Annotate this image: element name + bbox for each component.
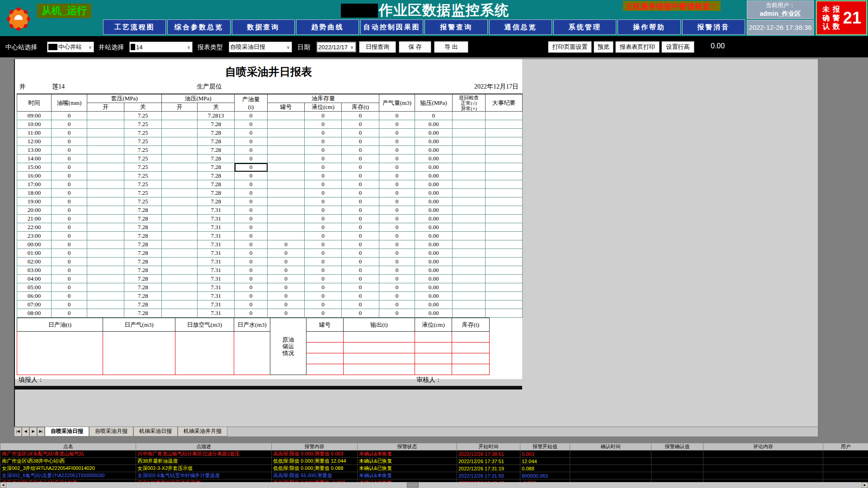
report-cell[interactable]: 0 (305, 146, 342, 155)
report-cell[interactable]: 7.31 (198, 215, 235, 223)
report-cell[interactable]: 0 (52, 266, 87, 275)
report-cell[interactable] (486, 137, 523, 146)
report-cell[interactable]: 0 (342, 258, 379, 266)
report-cell[interactable] (453, 309, 486, 318)
report-cell[interactable]: 7.28 (124, 249, 162, 258)
report-cell[interactable] (268, 155, 305, 163)
report-cell[interactable]: 0 (342, 155, 379, 163)
report-cell[interactable]: 7.28 (124, 300, 162, 309)
report-cell[interactable]: 7.25 (124, 112, 162, 120)
report-cell[interactable] (268, 180, 305, 189)
sheet-tab-1[interactable]: 自喷采油月报 (89, 427, 133, 436)
report-cell[interactable]: 0 (305, 275, 342, 283)
report-cell[interactable] (162, 137, 198, 146)
report-cell[interactable]: 0 (268, 258, 305, 266)
tab-nav-arrow-icon-3[interactable]: ▶| (37, 427, 45, 436)
report-cell[interactable]: 0 (305, 223, 342, 232)
report-cell[interactable]: 7.28 (198, 120, 235, 129)
report-cell[interactable]: 0 (379, 197, 415, 206)
report-cell[interactable] (453, 292, 486, 300)
report-cell[interactable] (486, 197, 523, 206)
report-cell[interactable]: 0 (268, 275, 305, 283)
report-cell[interactable] (453, 283, 486, 292)
report-cell[interactable] (162, 215, 198, 223)
report-cell[interactable] (268, 232, 305, 240)
daily-query-button[interactable]: 日报查询 (359, 41, 396, 53)
report-cell[interactable] (268, 189, 305, 197)
report-cell[interactable] (162, 240, 198, 249)
report-cell[interactable]: 07:00 (17, 300, 52, 309)
report-cell[interactable] (268, 163, 305, 172)
report-cell[interactable] (268, 215, 305, 223)
sheet-tab-3[interactable]: 机抽采油井月报 (178, 427, 227, 436)
report-cell[interactable]: 15:00 (17, 163, 52, 172)
report-cell[interactable]: 0 (379, 232, 415, 240)
report-cell[interactable] (453, 223, 486, 232)
report-cell[interactable]: 7.31 (198, 266, 235, 275)
report-cell[interactable] (87, 300, 124, 309)
report-cell[interactable] (486, 249, 523, 258)
report-cell[interactable] (87, 155, 124, 163)
report-cell[interactable]: 0 (305, 258, 342, 266)
report-cell[interactable]: 0 (235, 163, 268, 172)
report-cell[interactable] (453, 240, 486, 249)
report-cell[interactable]: 0 (379, 266, 415, 275)
report-cell[interactable] (486, 309, 523, 318)
report-cell[interactable]: 7.31 (198, 258, 235, 266)
report-cell[interactable] (486, 206, 523, 215)
report-cell[interactable]: 0 (235, 172, 268, 180)
report-cell[interactable]: 0 (268, 283, 305, 292)
report-cell[interactable]: 17:00 (17, 180, 52, 189)
report-cell[interactable]: 0.00 (415, 146, 453, 155)
report-cell[interactable]: 0 (52, 206, 87, 215)
report-cell[interactable] (486, 240, 523, 249)
report-cell[interactable]: 01:00 (17, 249, 52, 258)
report-cell[interactable]: 0.00 (415, 266, 453, 275)
report-cell[interactable] (486, 215, 523, 223)
report-cell[interactable] (87, 112, 124, 120)
report-cell[interactable]: 0 (305, 120, 342, 129)
alarm-row[interactable]: 南广作业区\西38井中心站\西西38井凝析油温度低低报:限值 0.000;测量值… (0, 458, 868, 465)
report-cell[interactable]: 0 (268, 292, 305, 300)
print-page-setup-button[interactable]: 打印页面设置 (548, 41, 592, 53)
report-cell[interactable]: 0 (52, 120, 87, 129)
report-cell[interactable]: 0 (235, 155, 268, 163)
report-cell[interactable]: 0 (235, 189, 268, 197)
report-cell[interactable]: 0 (235, 206, 268, 215)
report-cell[interactable]: 0 (52, 189, 87, 197)
report-cell[interactable]: 0 (305, 300, 342, 309)
report-cell[interactable] (268, 197, 305, 206)
report-cell[interactable]: 0 (305, 180, 342, 189)
report-cell[interactable] (162, 266, 198, 275)
report-cell[interactable] (486, 292, 523, 300)
report-cell[interactable]: 0.00 (415, 180, 453, 189)
report-cell[interactable]: 7.31 (198, 223, 235, 232)
tank-value-cell[interactable] (344, 343, 415, 353)
alarm-col-header-8[interactable]: 评论内容 (703, 443, 823, 450)
report-cell[interactable]: 7.31 (198, 283, 235, 292)
report-cell[interactable]: 7.31 (198, 309, 235, 318)
report-cell[interactable]: 0.00 (415, 172, 453, 180)
report-cell[interactable]: 0 (52, 283, 87, 292)
tank-value-cell[interactable] (307, 353, 344, 364)
report-cell[interactable] (268, 112, 305, 120)
report-cell[interactable] (486, 189, 523, 197)
report-cell[interactable]: 0 (342, 232, 379, 240)
report-cell[interactable]: 0 (235, 266, 268, 275)
report-cell[interactable]: 0 (342, 112, 379, 120)
report-cell[interactable]: 0.00 (415, 275, 453, 283)
report-cell[interactable] (87, 215, 124, 223)
report-cell[interactable]: 7.31 (198, 240, 235, 249)
report-cell[interactable]: 0 (52, 300, 87, 309)
scroll-right-arrow-icon[interactable]: ► (862, 482, 868, 488)
tab-nav-arrow-icon-0[interactable]: |◀ (14, 427, 22, 436)
report-cell[interactable]: 0 (268, 240, 305, 249)
report-cell[interactable] (87, 258, 124, 266)
report-cell[interactable]: 0 (379, 283, 415, 292)
report-cell[interactable] (486, 146, 523, 155)
report-cell[interactable] (162, 206, 198, 215)
report-cell[interactable]: 7.28 (198, 155, 235, 163)
report-cell[interactable] (486, 112, 523, 120)
report-cell[interactable]: 0 (379, 180, 415, 189)
scroll-left-arrow-icon[interactable]: ◄ (0, 482, 6, 488)
